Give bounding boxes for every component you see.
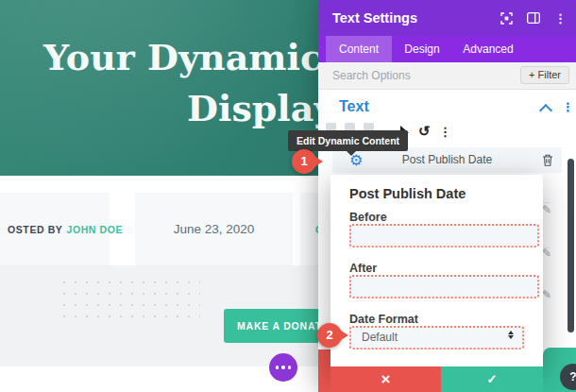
step-1-badge: 1 (292, 149, 316, 174)
modal-title: Text Settings (332, 0, 417, 36)
post-meta-author-card: OSTED BY JOHN DOE (0, 193, 110, 265)
before-label: Before (349, 211, 387, 224)
trash-icon[interactable] (542, 154, 553, 169)
modal-header: Text Settings ⋮ (318, 0, 576, 36)
dynamic-field-label: Post Publish Date (332, 147, 562, 173)
page-settings-ellipsis-button[interactable] (269, 353, 297, 382)
undo-icon[interactable]: ↺ (418, 124, 431, 138)
step-2-badge: 2 (317, 323, 342, 348)
cancel-x-button[interactable]: × (330, 366, 441, 392)
columns-icon[interactable] (527, 12, 540, 24)
filter-button[interactable]: + Filter (520, 66, 569, 84)
text-settings-modal: Text Settings ⋮ Content (318, 0, 576, 392)
select-updown-icon (508, 331, 514, 339)
date-format-value: Default (362, 328, 398, 348)
edit-dynamic-content-tooltip: Edit Dynamic Content (288, 130, 408, 151)
focus-icon[interactable] (500, 12, 513, 25)
ellipsis-icon (288, 366, 292, 369)
text-section-title[interactable]: Text (339, 98, 369, 115)
date-format-label: Date Format (349, 313, 418, 326)
section-kebab-icon[interactable]: ⋮ (562, 100, 574, 114)
date-format-select[interactable]: Default (349, 326, 524, 349)
posted-by-label: OSTED BY (8, 224, 62, 235)
screen: Your Dynamic Po Display P OSTED BY JOHN … (0, 0, 576, 392)
chevron-up-icon[interactable] (539, 104, 552, 117)
ellipsis-icon (276, 366, 280, 369)
post-date: June 23, 2020 (174, 222, 255, 236)
modal-tabs-bar: Content Design Advanced (318, 36, 576, 62)
ellipsis-icon (281, 366, 285, 369)
kebab-menu-icon[interactable]: ⋮ (554, 12, 567, 25)
field-kebab-icon[interactable]: ⋮ (439, 126, 451, 138)
popup-heading: Post Publish Date (349, 186, 466, 201)
modal-header-icons: ⋮ (500, 0, 567, 36)
search-options-row: + Filter (318, 62, 576, 90)
popup-footer: × ✓ (330, 366, 543, 392)
author-link[interactable]: JOHN DOE (66, 224, 123, 235)
dot-pattern-decoration (59, 277, 200, 326)
post-publish-date-popup: Post Publish Date Before After Date Form… (330, 175, 543, 368)
after-input[interactable] (349, 275, 539, 298)
after-label: After (349, 262, 377, 275)
before-input[interactable] (349, 224, 539, 247)
search-options-input[interactable] (318, 62, 512, 89)
tab-design[interactable]: Design (394, 36, 450, 62)
tab-advanced[interactable]: Advanced (458, 36, 518, 62)
edit-pencil-icon[interactable]: ✎ (542, 204, 551, 215)
tab-content[interactable]: Content (326, 36, 392, 62)
dynamic-content-field[interactable]: ⚙ Post Publish Date (332, 147, 562, 173)
scrollbar-thumb[interactable] (568, 159, 574, 332)
edit-pencil-icon[interactable]: ✎ (542, 247, 551, 259)
confirm-check-button[interactable]: ✓ (441, 366, 543, 392)
text-section-header[interactable]: Text ⋮ (318, 89, 576, 127)
edit-pencil-icon[interactable]: ✎ (542, 289, 551, 300)
post-meta-date-card: June 23, 2020 (135, 193, 293, 265)
